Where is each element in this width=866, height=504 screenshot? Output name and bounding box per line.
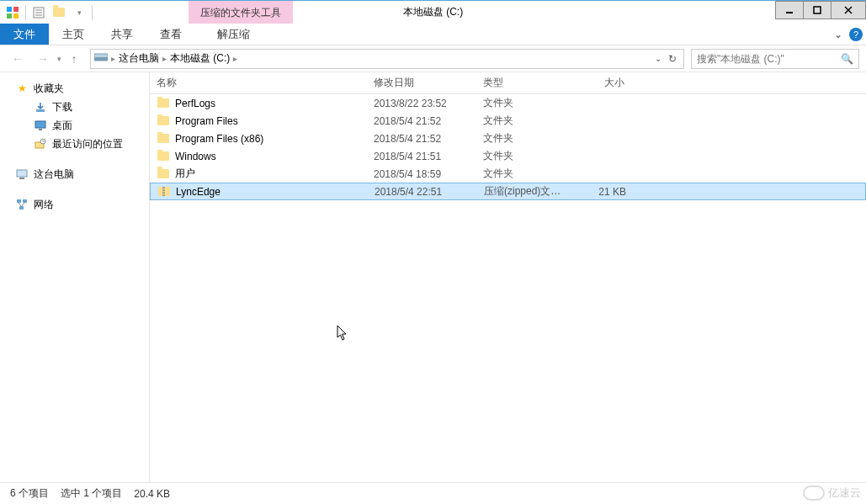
nav-toolbar: ← → ▾ ↑ ▸ 这台电脑 ▸ 本地磁盘 (C:) ▸ ⌄ ↻ 🔍 — [0, 45, 866, 72]
tree-network[interactable]: 网络 — [0, 195, 149, 214]
file-name: LyncEdge — [176, 186, 220, 198]
star-icon: ★ — [15, 82, 29, 95]
folder-icon — [157, 114, 170, 128]
properties-icon[interactable] — [29, 3, 48, 22]
search-box[interactable]: 🔍 — [691, 49, 859, 69]
file-date: 2018/5/4 21:52 — [367, 133, 476, 145]
tab-extract[interactable]: 解压缩 — [204, 24, 263, 45]
file-type: 文件夹 — [476, 167, 573, 181]
window-controls — [776, 1, 866, 19]
file-date: 2018/5/4 21:52 — [367, 115, 476, 127]
svg-rect-21 — [17, 170, 27, 177]
chevron-right-icon[interactable]: ▸ — [233, 54, 237, 63]
svg-rect-0 — [7, 7, 12, 12]
svg-rect-2 — [7, 13, 12, 19]
file-list: 名称 修改日期 类型 大小 PerfLogs2013/8/22 23:52文件夹… — [150, 72, 866, 482]
svg-rect-3 — [13, 13, 19, 19]
quick-access-toolbar: ▾ — [0, 3, 94, 22]
address-dropdown-icon[interactable]: ⌄ — [655, 54, 661, 63]
contextual-tab-header: 压缩的文件夹工具 — [189, 1, 293, 24]
file-name: PerfLogs — [175, 98, 215, 109]
network-icon — [15, 198, 29, 211]
file-type: 文件夹 — [476, 96, 573, 110]
ribbon-expand-icon[interactable]: ⌄ — [834, 29, 842, 40]
file-row[interactable]: PerfLogs2013/8/22 23:52文件夹 — [150, 94, 866, 112]
chevron-right-icon[interactable]: ▸ — [111, 54, 115, 63]
svg-line-26 — [19, 203, 21, 206]
tree-desktop[interactable]: 桌面 — [0, 116, 149, 135]
file-size: 21 KB — [574, 186, 633, 198]
svg-rect-14 — [36, 109, 45, 112]
file-type: 文件夹 — [476, 149, 573, 163]
status-bar: 6 个项目 选中 1 个项目 20.4 KB — [0, 482, 866, 504]
file-type: 文件夹 — [476, 131, 573, 146]
file-row[interactable]: Program Files (x86)2018/5/4 21:52文件夹 — [150, 130, 866, 147]
desktop-icon — [34, 119, 47, 132]
file-tab[interactable]: 文件 — [0, 24, 49, 45]
file-type: 压缩(zipped)文件... — [477, 184, 574, 199]
minimize-button[interactable] — [775, 1, 804, 19]
col-name[interactable]: 名称 — [150, 76, 367, 90]
tab-home[interactable]: 主页 — [49, 24, 98, 45]
chevron-right-icon[interactable]: ▸ — [162, 54, 167, 63]
tree-downloads[interactable]: 下载 — [0, 98, 149, 116]
folder-icon — [157, 97, 170, 110]
svg-rect-15 — [35, 121, 45, 128]
history-dropdown-icon[interactable]: ▾ — [57, 55, 61, 63]
window-title: 本地磁盘 (C:) — [403, 5, 463, 19]
tree-recent[interactable]: 最近访问的位置 — [0, 135, 149, 153]
breadcrumb-item[interactable]: 本地磁盘 (C:) — [170, 51, 230, 66]
file-date: 2018/5/4 18:59 — [367, 168, 476, 180]
address-bar[interactable]: ▸ 这台电脑 ▸ 本地磁盘 (C:) ▸ ⌄ ↻ — [90, 49, 684, 69]
svg-rect-22 — [19, 178, 24, 179]
folder-icon — [157, 150, 170, 163]
tree-label: 网络 — [34, 198, 54, 212]
title-bar: ▾ 压缩的文件夹工具 本地磁盘 (C:) — [0, 0, 866, 24]
download-icon — [34, 100, 47, 114]
col-type[interactable]: 类型 — [476, 76, 573, 90]
tree-label: 下载 — [52, 100, 72, 114]
maximize-button[interactable] — [803, 1, 831, 19]
zip-icon — [157, 185, 171, 199]
tree-favorites[interactable]: ★ 收藏夹 — [0, 79, 149, 98]
search-input[interactable] — [697, 53, 841, 65]
back-button[interactable]: ← — [7, 48, 29, 70]
computer-icon — [15, 167, 29, 181]
search-icon[interactable]: 🔍 — [841, 53, 853, 65]
tree-label: 最近访问的位置 — [52, 137, 123, 151]
file-row[interactable]: 用户2018/5/4 18:59文件夹 — [150, 165, 866, 183]
recent-icon — [34, 137, 47, 151]
col-size[interactable]: 大小 — [573, 76, 632, 90]
ribbon-tabs: 文件 主页 共享 查看 解压缩 ⌄ ? — [0, 24, 866, 45]
forward-button: → — [32, 48, 54, 70]
breadcrumb-item[interactable]: 这台电脑 — [119, 51, 159, 66]
col-date[interactable]: 修改日期 — [367, 76, 476, 90]
svg-rect-16 — [39, 129, 42, 130]
qat-dropdown-icon[interactable]: ▾ — [70, 3, 88, 22]
file-row[interactable]: LyncEdge2018/5/4 22:51压缩(zipped)文件...21 … — [150, 183, 866, 200]
watermark-logo-icon — [803, 485, 825, 501]
refresh-icon[interactable]: ↻ — [668, 53, 677, 65]
explorer-icon[interactable] — [3, 3, 22, 22]
file-date: 2013/8/22 23:52 — [367, 98, 476, 109]
help-icon[interactable]: ? — [849, 28, 863, 41]
svg-rect-23 — [17, 199, 21, 203]
new-folder-icon[interactable] — [50, 3, 68, 22]
file-row[interactable]: Windows2018/5/4 21:51文件夹 — [150, 147, 866, 165]
up-button[interactable]: ↑ — [65, 50, 83, 68]
file-row[interactable]: Program Files2018/5/4 21:52文件夹 — [150, 112, 866, 130]
svg-rect-9 — [814, 7, 821, 13]
file-type: 文件夹 — [476, 114, 573, 128]
tree-label: 这台电脑 — [34, 167, 74, 182]
drive-icon — [94, 52, 108, 65]
file-date: 2018/5/4 22:51 — [368, 186, 477, 198]
svg-line-27 — [22, 203, 24, 206]
folder-icon — [157, 132, 170, 146]
close-button[interactable] — [831, 1, 866, 19]
column-headers: 名称 修改日期 类型 大小 — [150, 72, 866, 94]
svg-rect-13 — [94, 57, 108, 61]
tree-this-pc[interactable]: 这台电脑 — [0, 165, 149, 183]
file-name: Program Files — [175, 115, 238, 127]
tab-share[interactable]: 共享 — [98, 24, 146, 45]
tab-view[interactable]: 查看 — [146, 24, 195, 45]
